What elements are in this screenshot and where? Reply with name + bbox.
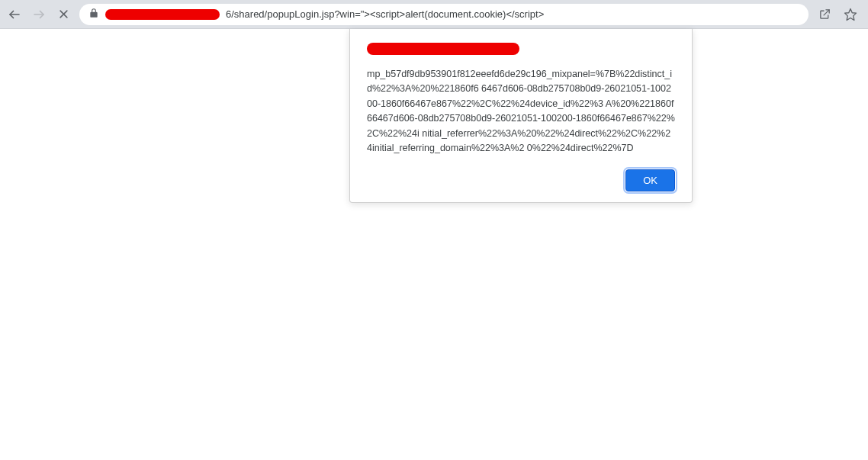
redacted-host <box>105 9 220 20</box>
lock-icon <box>88 8 99 21</box>
dialog-actions: OK <box>367 169 675 191</box>
redacted-origin <box>367 43 519 55</box>
star-icon[interactable] <box>842 6 859 23</box>
forward-button[interactable] <box>31 6 47 23</box>
address-bar[interactable]: 6/shared/popupLogin.jsp?win="><script>al… <box>79 4 809 25</box>
share-icon[interactable] <box>816 6 833 23</box>
toolbar-right <box>816 6 862 23</box>
svg-marker-4 <box>845 8 857 20</box>
browser-toolbar: 6/shared/popupLogin.jsp?win="><script>al… <box>0 0 868 29</box>
address-bar-container: 6/shared/popupLogin.jsp?win="><script>al… <box>79 4 809 25</box>
ok-button[interactable]: OK <box>625 169 675 191</box>
url-path: 6/shared/popupLogin.jsp?win="><script>al… <box>226 8 544 20</box>
alert-message: mp_b57df9db953901f812eeefd6de29c196_mixp… <box>367 67 675 156</box>
js-alert-dialog: mp_b57df9db953901f812eeefd6de29c196_mixp… <box>349 29 693 203</box>
stop-button[interactable] <box>55 6 72 23</box>
page-content: mp_b57df9db953901f812eeefd6de29c196_mixp… <box>0 29 868 460</box>
back-button[interactable] <box>6 6 23 23</box>
